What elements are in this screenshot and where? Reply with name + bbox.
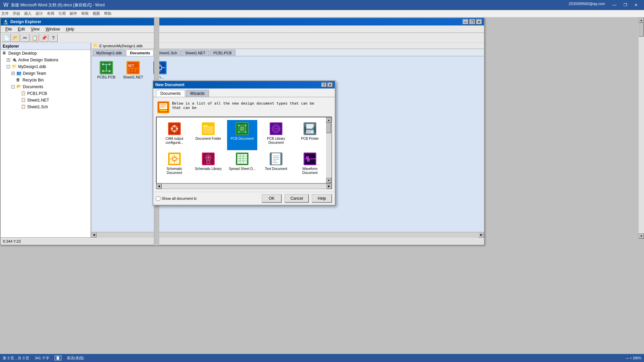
dialog-close-btn[interactable]: ✕ [327, 82, 333, 87]
pcblib-icon: PCB [269, 122, 283, 135]
ribbon-design[interactable]: 设计 [36, 11, 43, 16]
show-all-checkbox[interactable] [156, 196, 160, 201]
word-close-btn[interactable]: ✕ [631, 2, 641, 8]
word-restore-btn[interactable]: ❐ [621, 2, 630, 8]
svg-rect-77 [237, 154, 247, 164]
doc-grid-vscroll: ▲ ▼ [326, 117, 331, 183]
tab-documents[interactable]: Documents [126, 50, 154, 56]
de-restore-btn[interactable]: ❐ [469, 19, 475, 24]
doc-type-waveform[interactable]: Waveform Document [295, 150, 325, 180]
tree-mydesign[interactable]: - 📁 MyDesign1.ddb [1, 63, 91, 70]
doc-hscroll-right[interactable]: ▶ [326, 184, 332, 189]
hscroll-left-arrow[interactable]: ◀ [91, 232, 97, 238]
team-expander[interactable]: + [11, 72, 15, 75]
de-menu-help[interactable]: Help [63, 26, 77, 32]
doc-type-text[interactable]: Text Document [261, 150, 291, 180]
de-tool-copy[interactable]: 📋 [30, 34, 39, 42]
vscroll-track [639, 23, 644, 233]
de-menu-view[interactable]: View [28, 26, 42, 32]
file-icon-sch[interactable]: Sh... [148, 60, 172, 80]
ribbon-insert[interactable]: 插入 [24, 11, 32, 16]
svg-text:1 2 3: 1 2 3 [128, 69, 136, 72]
de-menu-file[interactable]: File [3, 26, 14, 32]
schematic-doc-icon [168, 152, 181, 166]
de-tool-cut[interactable]: ✂ [21, 34, 30, 42]
de-tool-paste[interactable]: 📌 [40, 34, 48, 42]
doc-grid-hscroll: ◀ ▶ [156, 184, 332, 189]
ribbon-home[interactable]: 开始 [13, 11, 20, 16]
svg-rect-32 [171, 128, 173, 129]
ribbon-file[interactable]: 文件 [1, 11, 9, 16]
file-icon-pcb1[interactable]: PCB1.PCB [95, 60, 118, 80]
hscroll-right-arrow[interactable]: ▶ [479, 232, 484, 238]
tree-design-desktop[interactable]: 🖥 Design Desktop [1, 50, 91, 57]
word-minimize-btn[interactable]: — [610, 2, 619, 8]
de-window-controls: — ❐ ✕ [463, 19, 482, 24]
tree-recycle-bin[interactable]: 🗑 Recycle Bin [1, 77, 91, 83]
ribbon-view[interactable]: 视图 [93, 11, 100, 16]
tab-sheet1net[interactable]: Sheet1.NET [181, 50, 209, 56]
new-document-dialog[interactable]: New Document ? ✕ Documents Wizards [153, 80, 335, 205]
svg-rect-35 [174, 130, 175, 132]
help-button[interactable]: Help [312, 194, 332, 203]
user-account: 2539399560@qq.com [569, 2, 605, 8]
doc-hscroll-left[interactable]: ◀ [156, 184, 162, 189]
pcb-doc-icon [235, 122, 249, 135]
pcb-doc-label: PCB Document [231, 137, 254, 141]
doc-scroll-track [326, 123, 331, 178]
tree-active-stations[interactable]: + 🔌 Active Design Stations [1, 57, 91, 63]
de-minimize-btn[interactable]: — [463, 19, 469, 24]
doc-scroll-up[interactable]: ▲ [326, 117, 331, 123]
de-tool-open[interactable]: 📂 [11, 34, 20, 42]
waveform-label: Waveform Document [296, 167, 324, 175]
vscroll-thumb[interactable] [639, 23, 644, 37]
tree-stations-label: Active Design Stations [18, 58, 58, 62]
tab-mydesign[interactable]: MyDesign1.ddb [93, 50, 125, 56]
ribbon-ref[interactable]: 引用 [58, 11, 66, 16]
doc-scroll-thumb[interactable] [326, 123, 331, 133]
vscroll-down-arrow[interactable]: ▼ [639, 233, 644, 239]
ribbon-mail[interactable]: 邮件 [70, 11, 77, 16]
doc-type-spread[interactable]: Spread Sheet D... [227, 150, 257, 180]
vscroll-up-arrow[interactable]: ▲ [639, 17, 644, 23]
de-menu-edit[interactable]: Edit [15, 26, 28, 32]
net-icon: NET 1 2 3 [126, 61, 140, 74]
doc-type-cam[interactable]: CAM output configurat... [159, 120, 190, 150]
de-tool-help[interactable]: ? [49, 34, 58, 42]
doc-scroll-down[interactable]: ▼ [326, 178, 331, 183]
de-menu-window[interactable]: Window [43, 26, 63, 32]
ok-button[interactable]: OK [262, 194, 282, 203]
de-tool-new[interactable]: 📄 [2, 34, 11, 42]
dialog-help-icon[interactable]: ? [321, 82, 327, 87]
mydesign-expander[interactable]: - [7, 65, 10, 68]
svg-rect-48 [240, 127, 244, 130]
file-icon-net[interactable]: NET 1 2 3 Sheet1.NET [121, 60, 145, 80]
de-close-btn[interactable]: ✕ [476, 19, 482, 24]
ribbon-help[interactable]: 帮助 [104, 11, 111, 16]
dialog-tab-wizards[interactable]: Wizards [186, 90, 209, 97]
net-label: Sheet1.NET [123, 75, 143, 79]
tab-pcb1[interactable]: PCB1.PCB [210, 50, 235, 56]
doc-type-pcbprinter[interactable]: PCB Printer [295, 120, 325, 150]
stations-expander[interactable]: + [7, 58, 10, 62]
doc-type-pcb[interactable]: PCB Document [227, 120, 257, 150]
ribbon-review[interactable]: 审阅 [81, 11, 89, 16]
doc-type-pcblib[interactable]: PCB PCB Library Document [261, 120, 291, 150]
svg-point-60 [312, 127, 314, 129]
tree-sheet1net[interactable]: 📋 Sheet1.NET [1, 97, 91, 104]
tree-documents[interactable]: - 📂 Documents [1, 83, 91, 90]
dialog-tab-documents[interactable]: Documents [156, 90, 185, 97]
tree-sheet1sch[interactable]: 📋 Sheet1.Sch [1, 104, 91, 110]
doc-type-schematic[interactable]: Schematic Document [159, 150, 190, 180]
cancel-button[interactable]: Cancel [284, 194, 309, 203]
doc-type-folder[interactable]: Document Folder [193, 120, 223, 150]
tree-sheet1net-label: Sheet1.NET [27, 98, 49, 103]
ribbon-layout[interactable]: 布局 [47, 11, 54, 16]
de-address-text: E:\protess\MyDesign1.ddb [99, 44, 143, 48]
tree-pcb1[interactable]: 📋 PCB1.PCB [1, 90, 91, 97]
show-all-docs-check[interactable]: Show all document ki [156, 196, 197, 201]
tree-design-team[interactable]: + 👥 Design Team [1, 70, 91, 77]
docs-expander[interactable]: - [11, 85, 15, 88]
waveform-icon [303, 152, 317, 166]
doc-type-schlib[interactable]: Schematic Library [193, 150, 223, 180]
